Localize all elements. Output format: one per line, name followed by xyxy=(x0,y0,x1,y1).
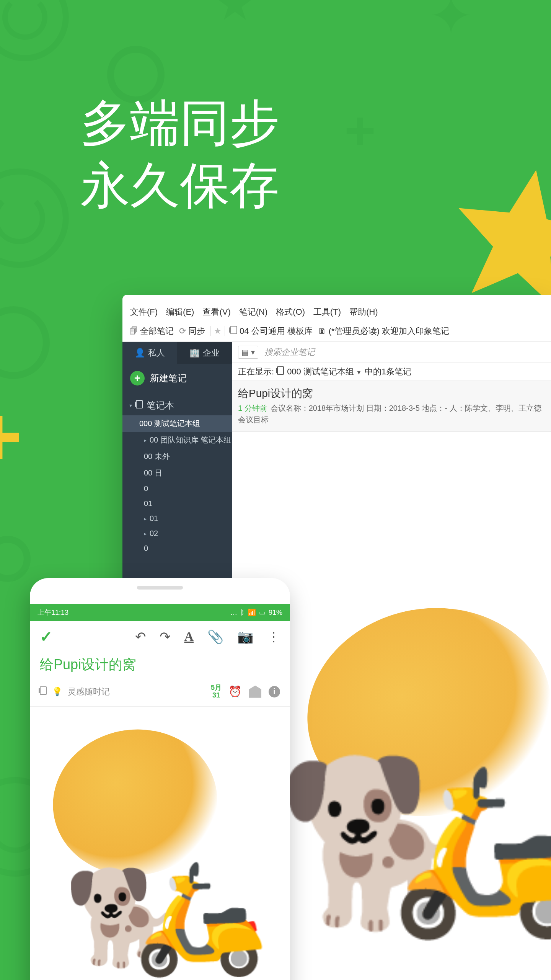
sidebar-item[interactable]: 0 xyxy=(122,481,232,496)
caret-down-icon: ▾ xyxy=(129,402,132,408)
search-input[interactable]: 搜索企业笔记 xyxy=(264,346,315,358)
sidebar-item[interactable]: 000 测试笔记本组 xyxy=(122,415,232,432)
sync-button[interactable]: ⟳ 同步 xyxy=(179,325,205,337)
note-meta: 1 分钟前会议名称：2018年市场计划 日期：2018-3-5 地点：- 人：陈… xyxy=(238,402,546,425)
sidebar-tab-enterprise[interactable]: 🏢 企业 xyxy=(177,342,232,364)
sidebar-item[interactable]: 01 xyxy=(122,496,232,511)
menu-view[interactable]: 查看(V) xyxy=(202,306,230,318)
hero-line1: 多端同步 xyxy=(80,92,279,154)
plus-decoration: + xyxy=(0,394,22,479)
tag-icon[interactable] xyxy=(249,685,262,698)
notebook-icon xyxy=(136,400,143,411)
caret-right-icon: ▸ xyxy=(144,437,147,443)
plus-icon: + xyxy=(130,371,145,385)
mobile-note-title[interactable]: 给Pupi设计的窝 xyxy=(30,652,290,681)
building-icon: 🏢 xyxy=(189,348,200,358)
menu-edit[interactable]: 编辑(E) xyxy=(166,306,194,318)
person-icon: 👤 xyxy=(135,348,145,358)
view-toggle[interactable]: ▤ ▾ xyxy=(238,346,258,359)
current-notebook[interactable]: 000 测试笔记本组 ▼ xyxy=(287,366,362,377)
sync-icon: ⟳ xyxy=(179,326,186,336)
wifi-icon: 📶 xyxy=(248,608,256,617)
svg-marker-0 xyxy=(444,158,551,312)
note-list-item[interactable]: 给Pupi设计的窝 1 分钟前会议名称：2018年市场计划 日期：2018-3-… xyxy=(232,381,551,432)
sidebar-item[interactable]: ▸01 xyxy=(122,511,232,526)
breadcrumb-note[interactable]: 🗎 (*管理员必读) 欢迎加入印象笔记 xyxy=(318,325,449,337)
menu-format[interactable]: 格式(O) xyxy=(276,306,305,318)
redo-button[interactable]: ↷ xyxy=(160,629,170,644)
notebook-icon xyxy=(277,366,284,377)
chevron-down-icon: ▼ xyxy=(356,369,362,376)
mobile-illustration: 🐕 🛵 xyxy=(30,707,290,980)
breadcrumb-notebook[interactable]: 04 公司通用 模板库 xyxy=(230,325,313,337)
menu-tools[interactable]: 工具(T) xyxy=(313,306,341,318)
text-style-button[interactable]: A xyxy=(184,629,194,644)
menu-file[interactable]: 文件(F) xyxy=(130,306,158,318)
sidebar-item[interactable]: 00 日 xyxy=(122,465,232,481)
battery-icon: ▭ xyxy=(259,608,266,617)
sidebar-section-notebooks[interactable]: ▾ 笔记本 xyxy=(122,395,232,415)
sidebar-item[interactable]: 0 xyxy=(122,541,232,556)
camera-button[interactable]: 📷 xyxy=(237,629,253,644)
sidebar-tab-personal[interactable]: 👤 私人 xyxy=(122,342,177,364)
caret-right-icon: ▸ xyxy=(144,531,147,537)
caret-right-icon: ▸ xyxy=(144,516,147,522)
sidebar-item[interactable]: 00 未外 xyxy=(122,448,232,465)
sidebar-item[interactable]: ▸02 xyxy=(122,526,232,541)
sidebar-item[interactable]: ▸00 团队知识库 笔记本组 xyxy=(122,432,232,448)
note-list-header: 正在显示: 000 测试笔记本组 ▼ 中的1条笔记 xyxy=(232,363,551,381)
new-note-button[interactable]: + 新建笔记 xyxy=(122,364,232,392)
attachment-button[interactable]: 📎 xyxy=(207,629,223,644)
hero-headline: 多端同步 永久保存 xyxy=(80,92,279,216)
mobile-app-frame: 上午11:13 … ᛒ 📶 ▭ 91% ✓ ↶ ↷ A 📎 📷 ⋮ 给Pupi设… xyxy=(30,578,290,980)
date-badge[interactable]: 5月 31 xyxy=(211,684,222,699)
bluetooth-icon: ᛒ xyxy=(240,609,245,617)
notebook-icon xyxy=(230,326,237,336)
confirm-button[interactable]: ✓ xyxy=(40,628,53,645)
lightbulb-icon: 💡 xyxy=(52,687,62,697)
mobile-note-meta: 💡 灵感随时记 5月 31 ⏰ i xyxy=(30,681,290,707)
all-notes-button[interactable]: 🗐 全部笔记 xyxy=(129,325,174,337)
more-icon: … xyxy=(230,609,237,617)
menu-note[interactable]: 笔记(N) xyxy=(239,306,268,318)
desktop-toolbar: 🗐 全部笔记 ⟳ 同步 ★ 04 公司通用 模板库 🗎 (*管理员必读) 欢迎加… xyxy=(122,322,551,342)
desktop-menubar: 文件(F) 编辑(E) 查看(V) 笔记(N) 格式(O) 工具(T) 帮助(H… xyxy=(122,295,551,322)
mobile-editor-toolbar: ✓ ↶ ↷ A 📎 📷 ⋮ xyxy=(30,621,290,652)
mobile-statusbar: 上午11:13 … ᛒ 📶 ▭ 91% xyxy=(30,604,290,621)
note-icon: 🗎 xyxy=(318,326,326,336)
reminder-icon[interactable]: ⏰ xyxy=(228,685,242,698)
status-time: 上午11:13 xyxy=(37,608,68,617)
battery-percent: 91% xyxy=(269,609,282,617)
info-icon[interactable]: i xyxy=(269,686,280,697)
robot-vehicle-illustration: 🛵 xyxy=(134,864,267,971)
undo-button[interactable]: ↶ xyxy=(135,629,146,644)
favorite-star-icon[interactable]: ★ xyxy=(210,326,225,336)
overflow-menu-button[interactable]: ⋮ xyxy=(267,629,280,644)
note-title: 给Pupi设计的窝 xyxy=(238,386,546,401)
notebook-name[interactable]: 灵感随时记 xyxy=(68,686,110,697)
notebook-icon xyxy=(40,686,47,697)
hero-line2: 永久保存 xyxy=(80,154,279,217)
menu-help[interactable]: 帮助(H) xyxy=(349,306,378,318)
note-stack-icon: 🗐 xyxy=(129,326,138,336)
